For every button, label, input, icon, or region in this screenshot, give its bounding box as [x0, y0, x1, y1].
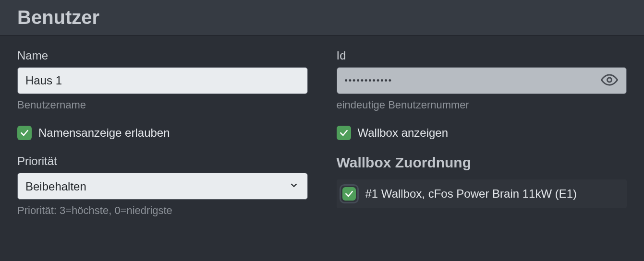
priority-select-wrap: Beibehalten — [17, 173, 308, 200]
toggle-visibility-button[interactable] — [599, 70, 620, 92]
eye-icon — [601, 71, 618, 89]
name-input[interactable] — [17, 67, 308, 94]
check-icon — [339, 128, 349, 138]
check-icon — [20, 128, 29, 138]
check-icon — [344, 189, 354, 199]
id-label: Id — [337, 49, 627, 62]
wallbox-item-checkbox[interactable] — [340, 184, 359, 203]
priority-label: Priorität — [17, 154, 308, 168]
left-column: Name Benutzername Namensanzeige erlauben… — [17, 49, 308, 222]
page-title: Benutzer — [17, 7, 627, 28]
wallbox-assignment-heading: Wallbox Zuordnung — [337, 154, 627, 171]
show-wallbox-label: Wallbox anzeigen — [358, 126, 449, 140]
wallbox-assignment-section: Wallbox Zuordnung #1 Wallbox, cFos Power… — [337, 154, 627, 208]
form-grid: Name Benutzername Namensanzeige erlauben… — [0, 36, 644, 235]
show-wallbox-row[interactable]: Wallbox anzeigen — [337, 126, 627, 140]
id-input[interactable] — [337, 67, 627, 94]
allow-name-display-label: Namensanzeige erlauben — [38, 126, 170, 140]
priority-select[interactable]: Beibehalten — [17, 173, 308, 200]
wallbox-assignment-row[interactable]: #1 Wallbox, cFos Power Brain 11kW (E1) — [337, 179, 627, 208]
show-wallbox-checkbox[interactable] — [337, 126, 351, 140]
id-field-group: Id eindeutige Benutzernummer — [337, 49, 627, 111]
id-input-wrap — [337, 67, 627, 94]
id-helper: eindeutige Benutzernummer — [337, 99, 627, 111]
priority-field-group: Priorität Beibehalten Priorität: 3=höchs… — [17, 154, 308, 217]
page-header: Benutzer — [0, 0, 644, 36]
svg-point-0 — [608, 78, 612, 82]
wallbox-item-label: #1 Wallbox, cFos Power Brain 11kW (E1) — [365, 187, 577, 201]
name-label: Name — [17, 49, 308, 62]
name-field-group: Name Benutzername — [17, 49, 308, 111]
allow-name-display-checkbox[interactable] — [17, 126, 32, 140]
name-helper: Benutzername — [17, 99, 308, 111]
right-column: Id eindeutige Benutzernummer Wallbox anz… — [337, 49, 627, 222]
priority-helper: Priorität: 3=höchste, 0=niedrigste — [17, 204, 308, 217]
allow-name-display-row[interactable]: Namensanzeige erlauben — [17, 126, 308, 140]
